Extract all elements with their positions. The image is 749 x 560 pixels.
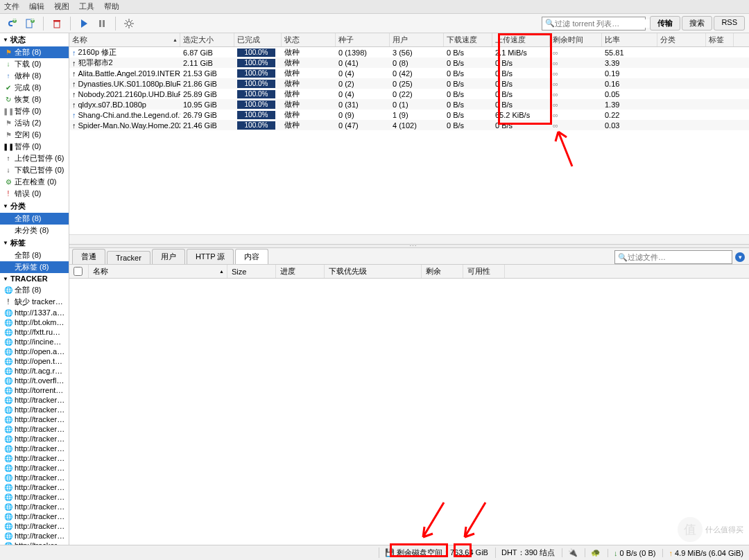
col-time[interactable]: 剩余时间	[550, 33, 602, 46]
sidebar-item[interactable]: 🌐http://open.a…	[0, 347, 69, 356]
lower-tab-http[interactable]: HTTP 源	[187, 249, 234, 264]
sidebar-tracker-head[interactable]: TRACKER	[0, 273, 69, 284]
filter-torrents-search[interactable]: 🔍	[542, 17, 646, 30]
sidebar-item[interactable]: 无标签 (8)	[0, 261, 69, 273]
status-alt-speed-icon[interactable]: 🐢	[585, 548, 601, 557]
sidebar-item[interactable]: 🌐http://1337.a…	[0, 308, 69, 317]
col-cat[interactable]: 分类	[657, 33, 706, 46]
sidebar-item[interactable]: ↓下载已暂停 (0)	[0, 164, 69, 176]
splitter[interactable]	[69, 244, 749, 248]
torrent-row[interactable]: ↑Spider-Man.No.Way.Home.2021.2…21.46 GiB…	[69, 120, 749, 130]
sidebar-item[interactable]: 🌐http://t.acg.r…	[0, 366, 69, 376]
sidebar-item[interactable]: !缺少 tracker…	[0, 296, 69, 308]
sidebar-item[interactable]: 🌐http://tracker…	[0, 463, 69, 473]
sidebar-item[interactable]: ⚑空闲 (6)	[0, 129, 69, 141]
sidebar-item[interactable]: 🌐http://tracker…	[0, 414, 69, 424]
sidebar-item[interactable]: ↑上传已暂停 (6)	[0, 152, 69, 164]
lower-tab-content[interactable]: 内容	[235, 249, 268, 264]
col-name[interactable]: 名称	[69, 33, 180, 46]
sidebar-item[interactable]: 🌐http://tracker…	[0, 434, 69, 444]
sidebar-item[interactable]: 🌐http://tracker…	[0, 444, 69, 453]
sidebar-item[interactable]: ↑做种 (8)	[0, 70, 69, 82]
sidebar-item[interactable]: 🌐http://t.overfl…	[0, 376, 69, 385]
torrent-row[interactable]: ↑Alita.Battle.Angel.2019.INTERNA…21.53 G…	[69, 68, 749, 78]
col-ul[interactable]: 上传速度	[492, 33, 550, 46]
content-col[interactable]: 可用性	[463, 265, 505, 278]
delete-button[interactable]	[49, 16, 64, 31]
content-col[interactable]	[69, 265, 89, 278]
sidebar-item[interactable]: 🌐http://tracker…	[0, 424, 69, 434]
select-all-checkbox[interactable]	[74, 267, 83, 276]
lower-tab-general[interactable]: 普通	[72, 249, 105, 264]
sidebar-item[interactable]: ↓下载 (0)	[0, 58, 69, 70]
sidebar-item[interactable]: 🌐http://bt.okm…	[0, 317, 69, 327]
sidebar-item[interactable]: 🌐http://tracker…	[0, 453, 69, 463]
filter-files-search[interactable]: 🔍	[614, 250, 732, 264]
sidebar-item[interactable]: ↻恢复 (8)	[0, 94, 69, 105]
sidebar-item[interactable]: 🌐http://torrent…	[0, 385, 69, 395]
play-button[interactable]	[76, 16, 92, 31]
sidebar-item[interactable]: ✔完成 (8)	[0, 82, 69, 94]
sidebar-category-head[interactable]: 分类	[0, 200, 69, 213]
content-col[interactable]: 名称▲	[89, 265, 227, 278]
lower-tab-tracker[interactable]: Tracker	[107, 251, 150, 264]
sidebar-item[interactable]: 🌐http://tracker…	[0, 473, 69, 482]
sidebar-item[interactable]: 未分类 (8)	[0, 225, 69, 236]
sidebar-item[interactable]: 🌐http://tracker…	[0, 395, 69, 405]
pause-button[interactable]	[94, 16, 110, 31]
torrent-row[interactable]: ↑Nobody.2021.2160p.UHD.BluRay…25.89 GiB1…	[69, 89, 749, 99]
sidebar-item[interactable]: 🌐http://tracker…	[0, 502, 69, 511]
sidebar-item[interactable]: ⚑活动 (2)	[0, 117, 69, 129]
lower-tab-peers[interactable]: 用户	[152, 249, 185, 264]
sidebar-item[interactable]: ❚❚暂停 (0)	[0, 141, 69, 152]
tab-transfers[interactable]: 传输	[650, 16, 680, 30]
menu-help[interactable]: 帮助	[104, 1, 119, 12]
menu-tools[interactable]: 工具	[79, 1, 94, 12]
content-col[interactable]: 下载优先级	[325, 265, 422, 278]
col-size[interactable]: 选定大小	[180, 33, 234, 46]
content-col[interactable]: 剩余	[422, 265, 463, 278]
add-link-button[interactable]: +	[4, 16, 19, 31]
torrent-row[interactable]: ↑犯罪都市22.11 GiB100.0%做种0 (41)0 (8)0 B/s0 …	[69, 58, 749, 68]
sidebar-item[interactable]: 全部 (8)	[0, 250, 69, 261]
torrent-row[interactable]: ↑qldyx.s07.BD.1080p10.95 GiB100.0%做种0 (3…	[69, 99, 749, 110]
col-tag[interactable]: 标签	[706, 33, 734, 46]
col-dl[interactable]: 下载速度	[444, 33, 492, 46]
sidebar-tag-head[interactable]: 标签	[0, 236, 69, 250]
sidebar-item[interactable]: 🌐http://open.t…	[0, 356, 69, 366]
sidebar-item[interactable]: 🌐http://tracker…	[0, 521, 69, 531]
sidebar-item[interactable]: 🌐全部 (8)	[0, 284, 69, 296]
col-seeds[interactable]: 种子	[336, 33, 390, 46]
sidebar-item[interactable]: 🌐http://tracker…	[0, 531, 69, 541]
sidebar-item[interactable]: 🌐http://tracker…	[0, 405, 69, 414]
sidebar-item[interactable]: ⚑全部 (8)	[0, 46, 69, 58]
col-done[interactable]: 已完成	[234, 33, 282, 46]
content-col[interactable]: 进度	[276, 265, 325, 278]
torrent-row[interactable]: ↑2160p 修正6.87 GiB100.0%做种0 (1398)3 (56)0…	[69, 47, 749, 58]
close-panel-button[interactable]: ▾	[735, 252, 745, 262]
torrent-row[interactable]: ↑Shang-Chi.and.the.Legend.of.the…26.79 G…	[69, 110, 749, 120]
sidebar-item[interactable]: ⚙正在检查 (0)	[0, 176, 69, 188]
menu-edit[interactable]: 编辑	[29, 1, 44, 12]
settings-button[interactable]	[121, 16, 137, 31]
sidebar-item[interactable]: ❚❚暂停 (0)	[0, 105, 69, 117]
sidebar-item[interactable]: !错误 (0)	[0, 188, 69, 200]
sidebar-status-head[interactable]: 状态	[0, 33, 69, 46]
filter-torrents-input[interactable]	[555, 19, 651, 28]
sidebar-item[interactable]: 🌐http://tracker…	[0, 492, 69, 502]
status-connection-icon[interactable]: 🔌	[562, 548, 578, 557]
sidebar-item[interactable]: 🌐http://incine…	[0, 337, 69, 347]
sidebar-item[interactable]: 🌐http://tracker…	[0, 511, 69, 521]
content-col[interactable]: Size	[227, 265, 276, 278]
tab-rss[interactable]: RSS	[714, 16, 745, 30]
col-state[interactable]: 状态	[282, 33, 336, 46]
filter-files-input[interactable]	[628, 253, 729, 261]
sidebar-item[interactable]: 🌐http://tracker…	[0, 482, 69, 492]
torrent-row[interactable]: ↑Dynasties.UK.S01.1080p.BluRay…21.86 GiB…	[69, 78, 749, 89]
add-file-button[interactable]: +	[22, 16, 37, 31]
col-ratio[interactable]: 比率	[602, 33, 657, 46]
tab-search[interactable]: 搜索	[682, 16, 712, 30]
menu-file[interactable]: 文件	[4, 1, 19, 12]
sidebar-item[interactable]: 全部 (8)	[0, 213, 69, 225]
col-peers[interactable]: 用户	[390, 33, 444, 46]
